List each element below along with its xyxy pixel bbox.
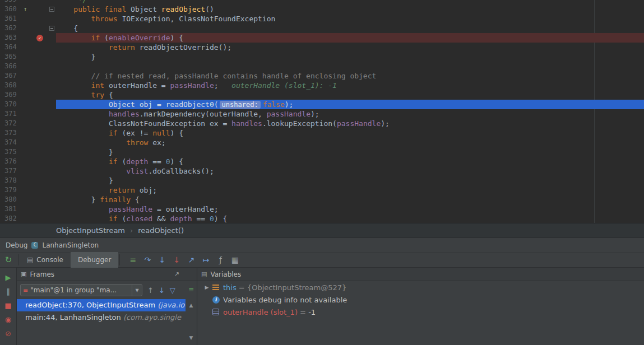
- editor-gutter[interactable]: 381: [0, 204, 56, 214]
- code-line[interactable]: 361 throws IOException, ClassNotFoundExc…: [0, 14, 644, 24]
- editor-gutter[interactable]: 377: [0, 166, 56, 176]
- force-step-into-icon[interactable]: ↓: [169, 255, 184, 264]
- editor-gutter[interactable]: 375: [0, 147, 56, 157]
- dropdown-arrow-icon[interactable]: ▼: [132, 285, 142, 296]
- tab-debugger[interactable]: Debugger: [71, 252, 118, 268]
- variable-row[interactable]: iVariables debug info not available: [197, 293, 644, 306]
- gutter-slot[interactable]: [33, 4, 47, 14]
- gutter-slot[interactable]: [33, 185, 47, 195]
- fold-column[interactable]: [47, 90, 56, 100]
- gutter-slot[interactable]: ✓: [33, 33, 47, 43]
- line-number[interactable]: 381: [0, 204, 18, 214]
- gutter-slot[interactable]: [33, 52, 47, 62]
- code-line[interactable]: 366: [0, 62, 644, 71]
- line-number[interactable]: 373: [0, 128, 18, 138]
- tab-console[interactable]: ▤ Console: [20, 252, 71, 268]
- code-text[interactable]: Object obj = readObject0(unshared:false)…: [56, 100, 644, 109]
- editor-gutter[interactable]: 364: [0, 43, 56, 52]
- fold-column[interactable]: [47, 0, 56, 4]
- line-number[interactable]: 374: [0, 138, 18, 147]
- gutter-slot[interactable]: [33, 214, 47, 223]
- fold-column[interactable]: [47, 204, 56, 214]
- show-execution-point-icon[interactable]: ≡: [126, 255, 140, 264]
- fold-column[interactable]: [47, 166, 56, 176]
- code-text[interactable]: if (ex != null) {: [56, 128, 644, 138]
- code-text[interactable]: {: [56, 24, 644, 33]
- line-number[interactable]: 365: [0, 52, 18, 62]
- line-number[interactable]: 380: [0, 195, 18, 204]
- editor-gutter[interactable]: 359: [0, 0, 56, 4]
- expand-arrow-icon[interactable]: ▶: [202, 285, 211, 290]
- line-number[interactable]: 362: [0, 24, 18, 33]
- code-line[interactable]: 373 if (ex != null) {: [0, 128, 644, 138]
- code-line[interactable]: 375 }: [0, 147, 644, 157]
- breadcrumb-method[interactable]: readObject(): [138, 226, 184, 235]
- next-frame-icon[interactable]: ↓: [159, 286, 165, 295]
- code-line[interactable]: 378 }: [0, 176, 644, 185]
- editor-gutter[interactable]: 376: [0, 157, 56, 166]
- line-number[interactable]: 375: [0, 147, 18, 157]
- editor-gutter[interactable]: 360↑: [0, 4, 56, 14]
- code-text[interactable]: ClassNotFoundException ex = handles.look…: [56, 119, 644, 128]
- gutter-slot[interactable]: [33, 195, 47, 204]
- code-line[interactable]: 360↑ public final Object readObject(): [0, 4, 644, 14]
- code-line[interactable]: 376 if (depth == 0) {: [0, 157, 644, 166]
- step-out-icon[interactable]: ↗: [184, 255, 198, 264]
- line-number[interactable]: 360: [0, 4, 18, 14]
- fold-column[interactable]: [47, 100, 56, 109]
- gutter-slot[interactable]: [33, 71, 47, 81]
- code-text[interactable]: if (enableOverride) {: [56, 33, 644, 43]
- scroll-up-icon[interactable]: ▲: [189, 302, 193, 308]
- fold-column[interactable]: [47, 33, 56, 43]
- editor-gutter[interactable]: 365: [0, 52, 56, 62]
- fold-column[interactable]: [47, 176, 56, 185]
- prev-frame-icon[interactable]: ↑: [147, 286, 154, 295]
- step-into-icon[interactable]: ↓: [155, 255, 169, 264]
- fold-column[interactable]: [47, 52, 56, 62]
- fold-column[interactable]: [47, 119, 56, 128]
- line-number[interactable]: 371: [0, 109, 18, 119]
- rerun-debug-icon[interactable]: ↻: [0, 255, 17, 265]
- fold-column[interactable]: [47, 157, 56, 166]
- code-line[interactable]: 364 return readObjectOverride();: [0, 43, 644, 52]
- gutter-slot[interactable]: [33, 43, 47, 52]
- gutter-slot[interactable]: [33, 128, 47, 138]
- fold-column[interactable]: [47, 62, 56, 71]
- code-text[interactable]: public final Object readObject(): [56, 4, 644, 14]
- step-over-icon[interactable]: ↷: [140, 255, 155, 264]
- code-text[interactable]: }: [56, 52, 644, 62]
- editor-gutter[interactable]: 372: [0, 119, 56, 128]
- editor-gutter[interactable]: 368: [0, 81, 56, 90]
- line-number[interactable]: 377: [0, 166, 18, 176]
- gutter-slot[interactable]: [33, 109, 47, 119]
- float-panel-icon[interactable]: ↗: [174, 271, 193, 278]
- editor-gutter[interactable]: 363✓: [0, 33, 56, 43]
- line-number[interactable]: 376: [0, 157, 18, 166]
- code-text[interactable]: vlist.doCallbacks();: [56, 166, 644, 176]
- gutter-slot[interactable]: [33, 176, 47, 185]
- fold-column[interactable]: [47, 214, 56, 223]
- gutter-slot[interactable]: [33, 147, 47, 157]
- code-line[interactable]: 374 throw ex;: [0, 138, 644, 147]
- evaluate-expression-icon[interactable]: ƒ: [213, 255, 228, 264]
- gutter-slot[interactable]: [33, 119, 47, 128]
- editor-gutter[interactable]: 379: [0, 185, 56, 195]
- line-number[interactable]: 369: [0, 90, 18, 100]
- line-number[interactable]: 382: [0, 214, 18, 223]
- code-text[interactable]: } finally {: [56, 195, 644, 204]
- editor-gutter[interactable]: 378: [0, 176, 56, 185]
- fold-column[interactable]: [47, 71, 56, 81]
- thread-selector[interactable]: ≡ "main"@1 in group "ma... ▼: [20, 284, 142, 296]
- gutter-slot[interactable]: [33, 14, 47, 24]
- editor-gutter[interactable]: 370: [0, 100, 56, 109]
- code-line[interactable]: 372 ClassNotFoundException ex = handles.…: [0, 119, 644, 128]
- code-line[interactable]: 380 } finally {: [0, 195, 644, 204]
- fold-column[interactable]: [47, 138, 56, 147]
- editor-gutter[interactable]: 362: [0, 24, 56, 33]
- code-text[interactable]: }: [56, 147, 644, 157]
- code-line[interactable]: 377 vlist.doCallbacks();: [0, 166, 644, 176]
- scroll-down-icon[interactable]: ▼: [189, 335, 193, 341]
- fold-column[interactable]: [47, 24, 56, 33]
- code-text[interactable]: handles.markDependency(outerHandle, pass…: [56, 109, 644, 119]
- code-text[interactable]: passHandle = outerHandle;: [56, 204, 644, 214]
